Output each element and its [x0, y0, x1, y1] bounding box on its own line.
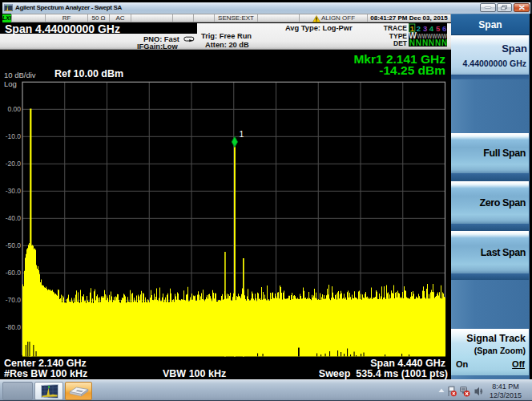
svg-text:N: N: [429, 38, 434, 47]
svg-text:N: N: [435, 38, 441, 47]
svg-text:N: N: [416, 38, 421, 47]
svg-text:N: N: [422, 38, 428, 47]
svg-text:6: 6: [442, 24, 446, 33]
svg-text:4: 4: [429, 24, 434, 33]
svg-text:2: 2: [417, 24, 421, 33]
svg-text:5: 5: [436, 24, 441, 33]
svg-text:1: 1: [240, 129, 244, 139]
svg-text:N: N: [441, 38, 447, 47]
svg-text:3: 3: [423, 24, 427, 33]
svg-text:N: N: [409, 38, 415, 47]
